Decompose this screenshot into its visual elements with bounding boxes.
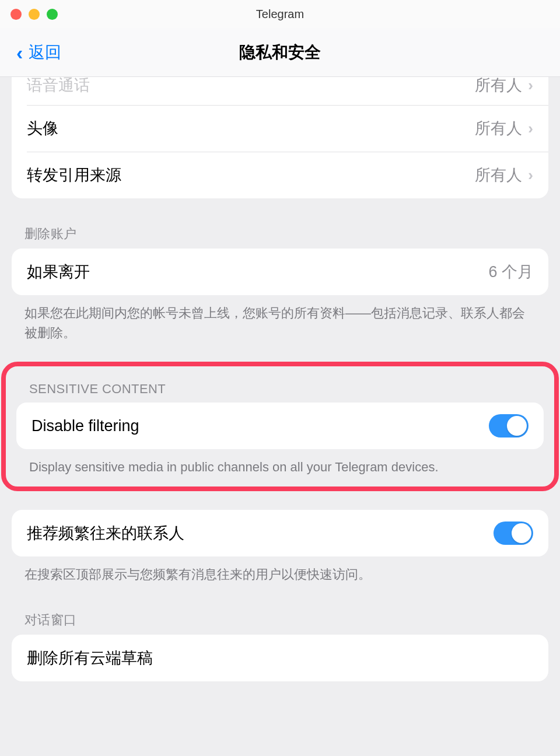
row-label: 如果离开 (27, 261, 90, 282)
row-value-group: 所有人 › (475, 118, 533, 139)
section-footer-delete-account: 如果您在此期间内您的帐号未曾上线，您账号的所有资料——包括消息记录、联系人都会被… (12, 295, 548, 343)
suggest-contacts-toggle[interactable] (494, 522, 533, 545)
delete-account-row[interactable]: 如果离开 6 个月 (12, 249, 548, 295)
privacy-section: 语音通话 所有人 › 头像 所有人 › 转发引用来源 所有人 › (12, 77, 548, 198)
row-value: 所有人 (475, 164, 522, 186)
chat-window-section: 对话窗口 删除所有云端草稿 (12, 603, 548, 681)
delete-drafts-row[interactable]: 删除所有云端草稿 (12, 635, 548, 681)
chevron-right-icon: › (528, 120, 533, 138)
traffic-lights (10, 9, 58, 20)
navigation-bar: ‹ 返回 隐私和安全 (0, 28, 560, 77)
chevron-right-icon: › (528, 77, 533, 94)
chevron-right-icon: › (528, 166, 533, 184)
delete-account-section: 删除账户 如果离开 6 个月 如果您在此期间内您的帐号未曾上线，您账号的所有资料… (12, 217, 548, 343)
row-value-group: 所有人 › (475, 77, 533, 96)
window-close-button[interactable] (10, 9, 22, 20)
suggest-contacts-row[interactable]: 推荐频繁往来的联系人 (12, 510, 548, 556)
privacy-row-voice-calls[interactable]: 语音通话 所有人 › (12, 77, 548, 105)
section-header-sensitive: SENSITIVE CONTENT (16, 373, 544, 402)
back-label: 返回 (29, 41, 61, 64)
row-label: 头像 (27, 118, 58, 139)
disable-filtering-toggle[interactable] (489, 414, 528, 438)
settings-content: 语音通话 所有人 › 头像 所有人 › 转发引用来源 所有人 › (0, 77, 560, 756)
privacy-row-profile-photo[interactable]: 头像 所有人 › (12, 105, 548, 152)
window-titlebar: Telegram (0, 0, 560, 28)
chat-window-card: 删除所有云端草稿 (12, 635, 548, 681)
row-value: 所有人 (475, 77, 522, 96)
section-header-chat-window: 对话窗口 (12, 603, 548, 635)
row-label: Disable filtering (32, 417, 139, 435)
page-title: 隐私和安全 (239, 41, 321, 64)
row-label: 转发引用来源 (27, 164, 121, 186)
back-button[interactable]: ‹ 返回 (16, 41, 61, 64)
sensitive-card: Disable filtering (16, 402, 544, 449)
suggest-contacts-section: 推荐频繁往来的联系人 在搜索区顶部展示与您频繁有消息往来的用户以便快速访问。 (12, 510, 548, 584)
section-footer-sensitive: Display sensitive media in public channe… (16, 449, 544, 477)
chevron-left-icon: ‹ (16, 43, 23, 62)
disable-filtering-row[interactable]: Disable filtering (16, 402, 544, 449)
row-label: 删除所有云端草稿 (27, 648, 153, 668)
suggest-contacts-card: 推荐频繁往来的联系人 (12, 510, 548, 556)
section-footer-suggest: 在搜索区顶部展示与您频繁有消息往来的用户以便快速访问。 (12, 556, 548, 584)
window-maximize-button[interactable] (47, 9, 58, 20)
delete-account-card: 如果离开 6 个月 (12, 249, 548, 295)
sensitive-content-highlight: SENSITIVE CONTENT Disable filtering Disp… (1, 362, 559, 491)
row-value: 所有人 (475, 118, 522, 139)
section-header-delete-account: 删除账户 (12, 217, 548, 249)
row-label: 语音通话 (27, 77, 90, 96)
row-value-group: 6 个月 (488, 261, 533, 282)
privacy-card: 语音通话 所有人 › 头像 所有人 › 转发引用来源 所有人 › (12, 77, 548, 198)
window-title: Telegram (256, 8, 304, 21)
row-label: 推荐频繁往来的联系人 (27, 523, 184, 544)
privacy-row-forward-source[interactable]: 转发引用来源 所有人 › (12, 152, 548, 198)
row-value-group: 所有人 › (475, 164, 533, 186)
row-value: 6 个月 (488, 261, 533, 282)
window-minimize-button[interactable] (29, 9, 40, 20)
